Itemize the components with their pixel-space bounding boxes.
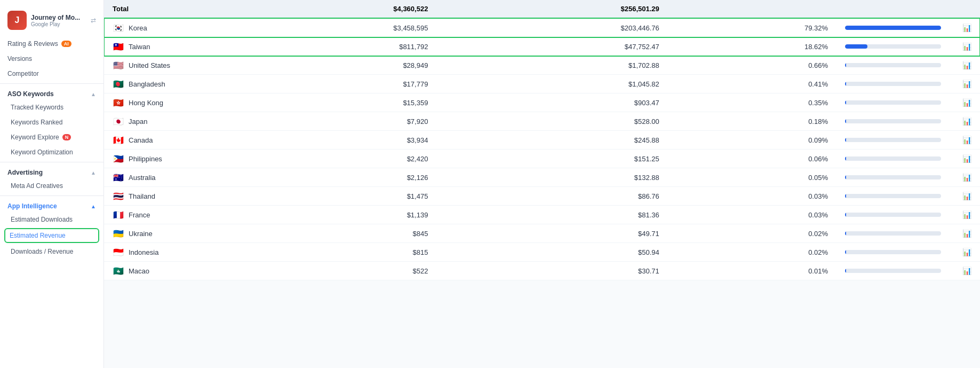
pct-value: 0.06%: [668, 150, 836, 168]
total-pct: [668, 0, 836, 18]
chart-icon-cell[interactable]: 📊: [954, 187, 980, 206]
table-row: 🇰🇷 Korea $3,458,595 $203,446.76 79.32% 📊: [104, 18, 980, 37]
chart-icon-cell[interactable]: 📊: [954, 75, 980, 93]
chart-icon[interactable]: 📊: [962, 248, 971, 256]
sidebar-item-rating-reviews[interactable]: Rating & Reviews AI: [0, 36, 103, 51]
sidebar-item-keyword-explore[interactable]: Keyword Explore N: [0, 130, 103, 145]
table-row: 🇲🇴 Macao $522 $30.71 0.01% 📊: [104, 262, 980, 280]
sidebar-item-meta-ad-creatives[interactable]: Meta Ad Creatives: [0, 178, 103, 193]
keywords-ranked-label: Keywords Ranked: [11, 119, 62, 126]
downloads-value: $845: [221, 224, 436, 243]
table-row: 🇵🇭 Philippines $2,420 $151.25 0.06% 📊: [104, 150, 980, 168]
aso-keywords-label: ASO Keywords: [7, 90, 54, 98]
chart-icon-cell[interactable]: 📊: [954, 150, 980, 168]
table-row: 🇹🇼 Taiwan $811,792 $47,752.47 18.62% 📊: [104, 37, 980, 56]
bar-fill: [845, 26, 941, 30]
chart-icon-cell[interactable]: 📊: [954, 168, 980, 187]
bar-fill: [845, 100, 846, 105]
chart-icon-cell[interactable]: 📊: [954, 262, 980, 280]
app-header[interactable]: J Journey of Mo... Google Play ⇄: [0, 6, 103, 36]
chart-icon-cell[interactable]: 📊: [954, 131, 980, 150]
chart-icon[interactable]: 📊: [962, 229, 971, 238]
downloads-value: $3,458,595: [221, 18, 436, 37]
expand-icon[interactable]: ⇄: [91, 17, 96, 24]
bar-fill: [845, 269, 846, 273]
aso-chevron[interactable]: ▲: [91, 91, 96, 97]
chart-icon-cell[interactable]: 📊: [954, 93, 980, 112]
country-cell: 🇺🇸 United States: [104, 56, 221, 75]
total-chart: [954, 0, 980, 18]
chart-icon[interactable]: 📊: [962, 98, 971, 107]
country-cell: 🇹🇼 Taiwan: [104, 37, 221, 56]
bar-container: [845, 26, 941, 30]
sidebar-item-tracked-keywords[interactable]: Tracked Keywords: [0, 100, 103, 115]
table-container: Total $4,360,522 $256,501.29 🇰🇷 Korea $3…: [104, 0, 980, 280]
chart-icon-cell[interactable]: 📊: [954, 243, 980, 262]
country-cell: 🇯🇵 Japan: [104, 112, 221, 131]
chart-icon-cell[interactable]: 📊: [954, 206, 980, 224]
chart-icon[interactable]: 📊: [962, 80, 971, 88]
country-cell: 🇮🇩 Indonesia: [104, 243, 221, 262]
chart-icon[interactable]: 📊: [962, 267, 971, 275]
country-cell: 🇨🇦 Canada: [104, 131, 221, 150]
sidebar-item-estimated-revenue[interactable]: Estimated Revenue: [4, 228, 99, 243]
total-downloads: $4,360,522: [221, 0, 436, 18]
chart-icon-cell[interactable]: 📊: [954, 224, 980, 243]
sidebar-item-competitor[interactable]: Competitor: [0, 66, 103, 81]
advertising-section: Advertising ▲: [0, 165, 103, 178]
country-flag: 🇦🇺: [113, 173, 124, 182]
bar-fill: [845, 156, 846, 161]
bar-fill: [845, 231, 846, 236]
bar-cell: [836, 112, 954, 131]
sidebar-item-estimated-downloads[interactable]: Estimated Downloads: [0, 212, 103, 227]
bar-fill: [845, 119, 846, 123]
downloads-value: $815: [221, 243, 436, 262]
country-cell: 🇵🇭 Philippines: [104, 150, 221, 168]
chart-icon[interactable]: 📊: [962, 154, 971, 163]
downloads-revenue-label: Downloads / Revenue: [11, 248, 73, 255]
app-intelligence-chevron[interactable]: ▲: [91, 203, 96, 209]
sidebar-item-downloads-revenue[interactable]: Downloads / Revenue: [0, 244, 103, 259]
country-flag: 🇮🇩: [113, 248, 124, 256]
table-row: 🇯🇵 Japan $7,920 $528.00 0.18% 📊: [104, 112, 980, 131]
total-row: Total $4,360,522 $256,501.29: [104, 0, 980, 18]
country-name: Taiwan: [129, 43, 150, 51]
chart-icon-cell[interactable]: 📊: [954, 112, 980, 131]
country-name: Australia: [129, 174, 156, 182]
revenue-value: $903.47: [436, 93, 667, 112]
chart-icon[interactable]: 📊: [962, 192, 971, 200]
bar-container: [845, 82, 941, 86]
chart-icon[interactable]: 📊: [962, 61, 971, 69]
total-revenue: $256,501.29: [436, 0, 667, 18]
chart-icon[interactable]: 📊: [962, 42, 971, 51]
chart-icon[interactable]: 📊: [962, 117, 971, 126]
downloads-value: $28,949: [221, 56, 436, 75]
country-name: United States: [129, 61, 170, 69]
chart-icon[interactable]: 📊: [962, 24, 971, 32]
chart-icon[interactable]: 📊: [962, 173, 971, 182]
chart-icon-cell[interactable]: 📊: [954, 37, 980, 56]
bar-container: [845, 194, 941, 198]
chart-icon[interactable]: 📊: [962, 210, 971, 219]
country-cell: 🇲🇴 Macao: [104, 262, 221, 280]
advertising-chevron[interactable]: ▲: [91, 170, 96, 176]
chart-icon-cell[interactable]: 📊: [954, 56, 980, 75]
country-name: Thailand: [129, 192, 155, 200]
bar-fill: [845, 63, 846, 67]
bar-container: [845, 175, 941, 179]
country-flag: 🇧🇩: [113, 80, 124, 88]
sidebar-item-keyword-optimization[interactable]: Keyword Optimization: [0, 145, 103, 160]
revenue-value: $47,752.47: [436, 37, 667, 56]
country-flag: 🇺🇸: [113, 61, 124, 69]
revenue-table: Total $4,360,522 $256,501.29 🇰🇷 Korea $3…: [104, 0, 980, 280]
table-row: 🇦🇺 Australia $2,126 $132.88 0.05% 📊: [104, 168, 980, 187]
bar-fill: [845, 175, 846, 179]
sidebar-item-keywords-ranked[interactable]: Keywords Ranked: [0, 115, 103, 130]
table-row: 🇺🇦 Ukraine $845 $49.71 0.02% 📊: [104, 224, 980, 243]
chart-icon-cell[interactable]: 📊: [954, 18, 980, 37]
chart-icon[interactable]: 📊: [962, 136, 971, 144]
sidebar-item-versions[interactable]: Versions: [0, 51, 103, 66]
country-name: Philippines: [129, 155, 162, 163]
table-row: 🇨🇦 Canada $3,934 $245.88 0.09% 📊: [104, 131, 980, 150]
bar-container: [845, 100, 941, 105]
